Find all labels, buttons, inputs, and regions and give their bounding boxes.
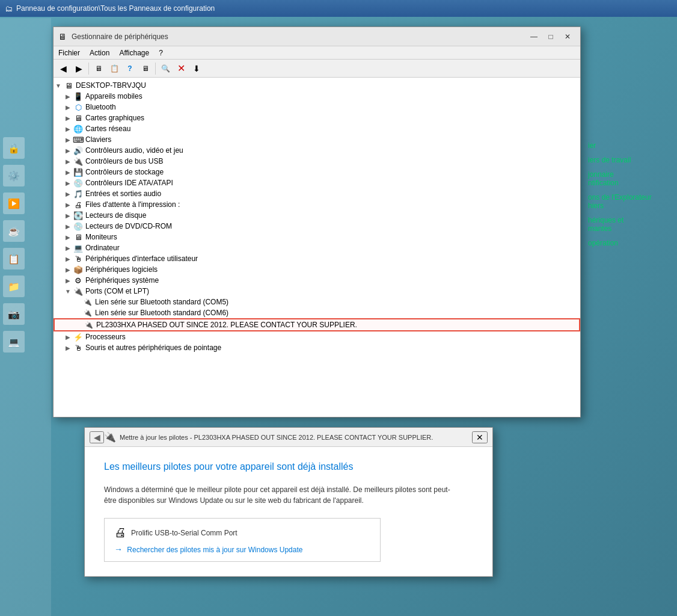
sidebar-item-2[interactable]: ⚙️ (1, 163, 51, 188)
dm-menu-help[interactable]: ? (154, 48, 168, 58)
usb-icon: 🔌 (73, 156, 84, 166)
tree-item-hid[interactable]: ▶ 🖱 Périphériques d'interface utilisateu… (54, 253, 580, 264)
dm-back-button[interactable]: ◀ (56, 61, 70, 76)
tree-item-dvd[interactable]: ▶ 💿 Lecteurs de DVD/CD-ROM (54, 221, 580, 232)
graphics-label: Cartes graphiques (85, 114, 144, 122)
audioio-chevron: ▶ (63, 191, 73, 197)
ud-close-button[interactable]: ✕ (472, 431, 488, 443)
tree-item-processors[interactable]: ▶ ⚡ Processeurs (54, 331, 580, 342)
right-link-2[interactable]: iers de travail (588, 156, 672, 164)
dm-menu-action[interactable]: Action (85, 48, 114, 58)
ud-body: Les meilleurs pilotes pour votre apparei… (85, 447, 492, 576)
swdev-label: Périphériques logiciels (85, 265, 158, 274)
print-icon: 🖨 (73, 200, 84, 209)
right-link-3[interactable]: jonnairentification (588, 170, 672, 187)
btcom6-chevron (73, 310, 82, 316)
tree-item-bt-com6[interactable]: 🔌 Lien série sur Bluetooth standard (COM… (54, 307, 580, 318)
tree-item-computer[interactable]: ▶ 💻 Ordinateur (54, 242, 580, 253)
ud-back-button[interactable]: ◀ (90, 431, 104, 443)
usb-label: Contrôleurs de bus USB (85, 157, 163, 165)
ports-icon: 🔌 (73, 286, 84, 296)
tree-item-bt-com5[interactable]: 🔌 Lien série sur Bluetooth standard (COM… (54, 297, 580, 307)
dm-menu-affichage[interactable]: Affichage (114, 48, 154, 58)
ud-device-icon: 🔌 (104, 431, 116, 443)
dm-tree-content[interactable]: ▼ 🖥 DESKTOP-TBRVJQU ▶ 📱 Appareils mobile… (54, 78, 580, 417)
dm-forward-button[interactable]: ▶ (72, 61, 86, 76)
tree-item-audioio[interactable]: ▶ 🎵 Entrées et sorties audio (54, 188, 580, 199)
right-links-panel: ier iers de travail jonnairentification … (588, 141, 672, 253)
ud-device-name: Prolific USB-to-Serial Comm Port (131, 529, 237, 537)
dm-prop-button[interactable]: 🖥 (138, 61, 153, 76)
tree-item-mobile[interactable]: ▶ 📱 Appareils mobiles (54, 91, 580, 102)
tree-root[interactable]: ▼ 🖥 DESKTOP-TBRVJQU (54, 80, 580, 91)
tree-item-storage[interactable]: ▶ 💾 Contrôleurs de stockage (54, 167, 580, 177)
disk-label: Lecteurs de disque (85, 211, 146, 220)
dm-update-button[interactable]: ⬇ (189, 61, 204, 76)
tree-item-monitors[interactable]: ▶ 🖥 Moniteurs (54, 232, 580, 242)
hid-label: Périphériques d'interface utilisateur (85, 254, 198, 263)
sidebar-item-6[interactable]: 📁 (1, 274, 51, 299)
ud-windows-update-link[interactable]: → Rechercher des pilotes mis à jour sur … (114, 546, 302, 554)
ud-titlebar: ◀ 🔌 Mettre à jour les pilotes - PL2303HX… (85, 428, 492, 447)
tree-item-disk[interactable]: ▶ 💽 Lecteurs de disque (54, 210, 580, 221)
dm-view-button[interactable]: 🖥 (91, 61, 106, 76)
tree-item-ide[interactable]: ▶ 💿 Contrôleurs IDE ATA/ATAPI (54, 177, 580, 188)
tree-item-usb[interactable]: ▶ 🔌 Contrôleurs de bus USB (54, 156, 580, 167)
audio-chevron: ▶ (63, 147, 73, 154)
tree-item-mice[interactable]: ▶ 🖱 Souris et autres périphériques de po… (54, 342, 580, 353)
monitors-label: Moniteurs (85, 233, 117, 241)
dm-menu-fichier[interactable]: Fichier (54, 48, 85, 58)
bt-icon: ⬡ (73, 102, 84, 112)
tree-item-bluetooth[interactable]: ▶ ⬡ Bluetooth (54, 102, 580, 112)
dm-delete-button[interactable]: ✕ (174, 61, 188, 76)
tree-item-network[interactable]: ▶ 🌐 Cartes réseau (54, 123, 580, 134)
sidebar-item-8[interactable]: 💻 (1, 329, 51, 354)
sidebar-item-1[interactable]: 🔒 (1, 135, 51, 161)
dm-help-button[interactable]: ? (123, 61, 137, 76)
right-link-4[interactable]: ons de l'Explorateurhiers (588, 193, 672, 210)
disk-chevron: ▶ (63, 212, 73, 219)
disk-icon: 💽 (73, 211, 84, 220)
tree-item-graphics[interactable]: ▶ 🖥 Cartes graphiques (54, 112, 580, 123)
sidebar-item-5[interactable]: 📋 (1, 246, 51, 271)
right-link-1[interactable]: ier (588, 141, 672, 150)
sidebar-item-7[interactable]: 📷 (1, 301, 51, 327)
mice-icon: 🖱 (73, 343, 84, 353)
ud-heading: Les meilleurs pilotes pour votre apparei… (104, 461, 473, 472)
tree-item-ports[interactable]: ▼ 🔌 Ports (COM et LPT) (54, 286, 580, 297)
dm-title-text: Gestionnaire de périphériques (72, 32, 526, 41)
tree-item-pl2303[interactable]: 🔌 PL2303HXA PHASED OUT SINCE 2012. PLEAS… (54, 318, 580, 331)
tree-item-software-dev[interactable]: ▶ 📦 Périphériques logiciels (54, 264, 580, 275)
toolbar-separator-2 (155, 63, 156, 75)
monitors-icon: 🖥 (73, 232, 84, 242)
dm-minimize-button[interactable]: — (526, 31, 542, 43)
sidebar-item-3[interactable]: ▶️ (1, 191, 51, 216)
ud-device-box: 🖨 Prolific USB-to-Serial Comm Port → Rec… (104, 518, 381, 562)
computer-label: Ordinateur (85, 244, 120, 252)
tree-item-audio[interactable]: ▶ 🔊 Contrôleurs audio, vidéo et jeu (54, 145, 580, 156)
root-chevron: ▼ (54, 82, 63, 89)
dm-maximize-button[interactable]: □ (543, 31, 559, 43)
tree-item-system-dev[interactable]: ▶ ⚙ Périphériques système (54, 275, 580, 286)
btcom5-chevron (73, 299, 82, 306)
sidebar-icon-4: ☕ (3, 220, 25, 242)
audioio-icon: 🎵 (73, 189, 84, 199)
update-driver-dialog: ◀ 🔌 Mettre à jour les pilotes - PL2303HX… (84, 427, 493, 577)
tree-item-keyboards[interactable]: ▶ ⌨ Claviers (54, 134, 580, 145)
dm-scan-button[interactable]: 🔍 (158, 61, 173, 76)
mobile-label: Appareils mobiles (85, 92, 142, 100)
dm-close-button[interactable]: ✕ (560, 31, 575, 43)
dvd-label: Lecteurs de DVD/CD-ROM (85, 222, 172, 230)
pl2303-chevron (74, 322, 84, 328)
ud-device-icon-large: 🖨 (114, 526, 126, 540)
sidebar-item-4[interactable]: ☕ (1, 218, 51, 244)
sidebar-icon-5: 📋 (3, 248, 25, 270)
mobile-chevron: ▶ (63, 93, 73, 100)
print-chevron: ▶ (63, 202, 73, 208)
tree-item-print[interactable]: ▶ 🖨 Files d'attente à l'impression : (54, 199, 580, 210)
device-manager-window: 🖥 Gestionnaire de périphériques — □ ✕ Fi… (53, 26, 581, 417)
dm-view2-button[interactable]: 📋 (107, 61, 121, 76)
right-link-5[interactable]: hériques etmantes (588, 216, 672, 233)
mice-chevron: ▶ (63, 345, 73, 351)
right-link-6[interactable]: opération (588, 239, 672, 247)
